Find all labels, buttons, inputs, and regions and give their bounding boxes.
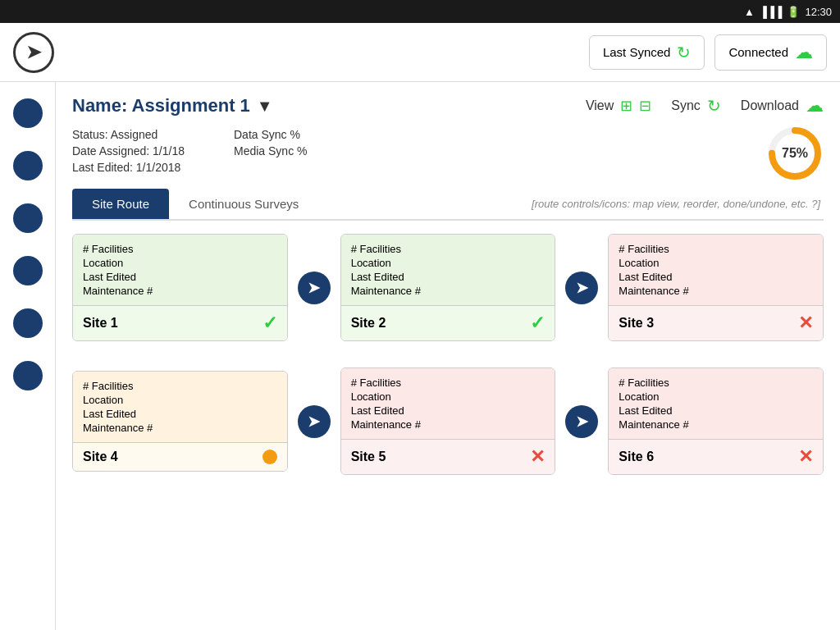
status-bar: ▲ ▐▐▐ 🔋 12:30 (0, 0, 840, 23)
site-5-facilities: # Facilities (351, 377, 546, 389)
site-3-last-edited: Last Edited (619, 271, 813, 283)
arrow-4-5: ➤ (298, 405, 331, 438)
arrow-1-2: ➤ (298, 272, 331, 304)
site-6-location: Location (619, 390, 813, 403)
sidebar-dot-3[interactable] (13, 203, 43, 233)
site-6-info: # Facilities Location Last Edited Mainte… (609, 368, 823, 439)
header-actions: View ⊞ ⊟ Sync ↻ Download ☁ (586, 95, 824, 116)
site-3-status-icon: ✕ (798, 313, 813, 334)
site-4-facilities: # Facilities (83, 380, 277, 392)
site-4-info: # Facilities Location Last Edited Mainte… (73, 372, 287, 442)
site-1-footer: Site 1 ✓ (73, 305, 287, 340)
last-synced-label: Last Synced (603, 45, 671, 59)
row-spacer (72, 351, 824, 358)
progress-circle: 75% (766, 125, 824, 182)
signal-icon: ▐▐▐ (760, 6, 783, 18)
sidebar-dot-2[interactable] (13, 151, 43, 180)
site-1-maintenance: Maintenance # (83, 285, 277, 297)
sites-grid: # Facilities Location Last Edited Mainte… (72, 234, 824, 475)
site-4-status-icon (262, 450, 277, 464)
top-bar-right: Last Synced ↻ Connected ☁ (589, 34, 827, 71)
site-4-footer: Site 4 (73, 442, 287, 471)
sidebar-dot-1[interactable] (13, 98, 43, 128)
site-6-footer: Site 6 ✕ (609, 439, 823, 474)
download-cloud-icon: ☁ (806, 95, 824, 116)
download-action[interactable]: Download ☁ (741, 95, 824, 116)
arrow-5-6: ➤ (565, 405, 598, 438)
site-card-6[interactable]: # Facilities Location Last Edited Mainte… (608, 368, 824, 475)
assignment-dropdown[interactable]: ▼ (257, 97, 273, 116)
tabs: Site Route Continuous Surveys [route con… (72, 189, 824, 221)
site-3-location: Location (619, 257, 813, 269)
site-6-status-icon: ✕ (798, 446, 813, 468)
sync-label: Sync (671, 98, 701, 113)
site-card-4[interactable]: # Facilities Location Last Edited Mainte… (72, 371, 288, 472)
status-icons: ▲ ▐▐▐ 🔋 12:30 (744, 6, 832, 18)
cloud-icon: ☁ (795, 42, 813, 63)
site-3-maintenance: Maintenance # (619, 285, 813, 297)
site-2-facilities: # Facilities (351, 243, 546, 255)
site-4-name: Site 4 (83, 450, 118, 464)
site-1-facilities: # Facilities (83, 243, 277, 255)
site-3-info: # Facilities Location Last Edited Mainte… (609, 235, 823, 305)
time-display: 12:30 (805, 6, 832, 18)
site-5-name: Site 5 (351, 450, 386, 464)
connected-button[interactable]: Connected ☁ (714, 34, 827, 71)
site-1-location: Location (83, 257, 277, 269)
site-3-name: Site 3 (619, 316, 654, 331)
site-4-last-edited: Last Edited (83, 408, 277, 420)
sync-action-icon: ↻ (707, 96, 721, 116)
site-5-last-edited: Last Edited (351, 404, 546, 417)
back-button[interactable]: ➤ (13, 32, 54, 73)
site-4-location: Location (83, 394, 277, 406)
last-edited-text: Last Edited: 1/1/2018 (72, 161, 185, 174)
tab-hint: [route controls/icons: map view, reorder… (532, 198, 824, 210)
tab-site-route[interactable]: Site Route (72, 189, 169, 219)
grid-view-icon[interactable]: ⊞ (620, 97, 632, 115)
meta-left: Status: Assigned Date Assigned: 1/1/18 L… (72, 128, 185, 174)
site-2-info: # Facilities Location Last Edited Mainte… (341, 235, 555, 305)
sync-action[interactable]: Sync ↻ (671, 96, 721, 116)
view-action[interactable]: View ⊞ ⊟ (586, 97, 651, 115)
site-6-facilities: # Facilities (619, 377, 813, 389)
content-area: Name: Assignment 1 ▼ View ⊞ ⊟ Sync ↻ Dow… (56, 82, 840, 630)
site-1-name: Site 1 (83, 316, 118, 331)
site-6-last-edited: Last Edited (619, 404, 813, 417)
sidebar (0, 82, 56, 630)
last-synced-button[interactable]: Last Synced ↻ (589, 35, 705, 70)
site-3-facilities: # Facilities (619, 243, 813, 255)
site-card-1[interactable]: # Facilities Location Last Edited Mainte… (72, 234, 288, 341)
battery-icon: 🔋 (787, 6, 800, 18)
site-2-location: Location (351, 257, 546, 269)
split-view-icon[interactable]: ⊟ (639, 97, 651, 115)
assignment-title: Name: Assignment 1 ▼ (72, 95, 273, 116)
meta-right: Data Sync % Media Sync % (234, 128, 307, 174)
connected-label: Connected (728, 45, 788, 59)
wifi-icon: ▲ (744, 6, 755, 18)
sidebar-dot-6[interactable] (13, 361, 43, 390)
progress-text: 75% (782, 146, 808, 161)
status-text: Status: Assigned (72, 128, 185, 141)
site-2-last-edited: Last Edited (351, 271, 546, 283)
site-5-location: Location (351, 390, 546, 403)
sidebar-dot-5[interactable] (13, 308, 43, 338)
site-card-2[interactable]: # Facilities Location Last Edited Mainte… (340, 234, 556, 341)
top-bar: ➤ Last Synced ↻ Connected ☁ (0, 23, 840, 82)
site-5-maintenance: Maintenance # (351, 418, 546, 431)
sidebar-dot-4[interactable] (13, 256, 43, 285)
sync-icon: ↻ (677, 43, 691, 62)
data-sync-text: Data Sync % (234, 128, 307, 141)
assignment-header: Name: Assignment 1 ▼ View ⊞ ⊟ Sync ↻ Dow… (72, 95, 824, 116)
site-6-maintenance: Maintenance # (619, 418, 813, 431)
main-layout: Name: Assignment 1 ▼ View ⊞ ⊟ Sync ↻ Dow… (0, 82, 840, 630)
view-label: View (586, 98, 614, 113)
site-6-name: Site 6 (619, 450, 654, 464)
site-card-5[interactable]: # Facilities Location Last Edited Mainte… (340, 368, 556, 475)
site-2-maintenance: Maintenance # (351, 285, 546, 297)
media-sync-text: Media Sync % (234, 144, 307, 158)
site-3-footer: Site 3 ✕ (609, 305, 823, 340)
site-5-info: # Facilities Location Last Edited Mainte… (341, 368, 555, 439)
site-card-3[interactable]: # Facilities Location Last Edited Mainte… (608, 234, 824, 341)
tab-continuous-surveys[interactable]: Continuous Surveys (169, 189, 318, 219)
site-4-maintenance: Maintenance # (83, 422, 277, 434)
